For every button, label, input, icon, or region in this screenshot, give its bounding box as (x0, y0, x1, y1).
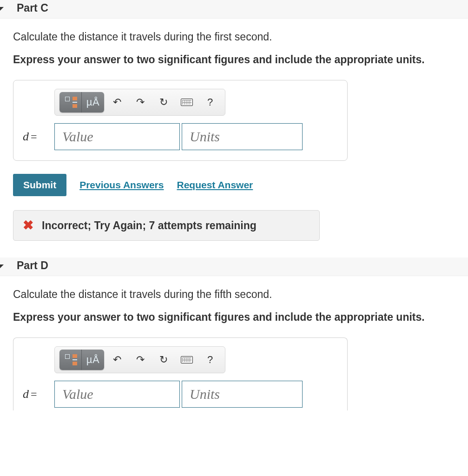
help-icon: ? (207, 354, 213, 366)
question-prompt: Calculate the distance it travels during… (13, 30, 455, 44)
special-characters-button[interactable]: µÅ (82, 92, 104, 112)
reset-icon: ↻ (159, 354, 168, 366)
part-header-d[interactable]: Part D (0, 258, 468, 276)
answer-input-row: d= (23, 123, 338, 150)
toolbar-group-templates: µÅ (59, 350, 104, 370)
equals-sign: = (31, 388, 37, 400)
variable-symbol: d (23, 130, 29, 143)
template-picker-button[interactable] (59, 92, 82, 112)
feedback-banner: ✖ Incorrect; Try Again; 7 attempts remai… (13, 210, 320, 241)
keyboard-button[interactable] (177, 92, 197, 112)
part-header-c[interactable]: Part C (0, 0, 468, 19)
request-answer-link[interactable]: Request Answer (177, 179, 253, 191)
answer-inputs (54, 123, 303, 150)
feedback-text: Incorrect; Try Again; 7 attempts remaini… (42, 219, 257, 232)
fraction-template-icon (64, 97, 77, 108)
equals-sign: = (31, 131, 37, 143)
answer-actions: Submit Previous Answers Request Answer (13, 174, 455, 196)
reset-icon: ↻ (159, 96, 168, 108)
variable-label: d= (23, 130, 48, 144)
part-body-d: Calculate the distance it travels during… (0, 276, 468, 410)
question-prompt: Calculate the distance it travels during… (13, 287, 455, 302)
answer-input-row: d= (23, 381, 338, 408)
toolbar-group-templates: µÅ (59, 92, 104, 112)
mu-angstrom-icon: µÅ (86, 354, 99, 366)
answer-card: µÅ ↶ ↷ ↻ ? d= (13, 337, 348, 410)
undo-button[interactable]: ↶ (107, 350, 127, 370)
units-input[interactable] (182, 123, 303, 150)
answer-instruction: Express your answer to two significant f… (13, 310, 455, 324)
value-input[interactable] (54, 381, 180, 408)
template-picker-button[interactable] (59, 350, 82, 370)
help-button[interactable]: ? (200, 92, 220, 112)
redo-icon: ↷ (136, 354, 145, 366)
equation-toolbar: µÅ ↶ ↷ ↻ ? (54, 346, 225, 373)
keyboard-icon (181, 356, 193, 364)
keyboard-icon (181, 99, 193, 106)
help-button[interactable]: ? (200, 350, 220, 370)
collapse-caret-icon (0, 7, 4, 12)
previous-answers-link[interactable]: Previous Answers (79, 179, 164, 191)
redo-icon: ↷ (136, 96, 145, 108)
value-input[interactable] (54, 123, 180, 150)
help-icon: ? (207, 96, 213, 108)
part-title: Part C (17, 2, 48, 14)
submit-button[interactable]: Submit (13, 174, 66, 196)
fraction-template-icon (64, 354, 77, 365)
mu-angstrom-icon: µÅ (86, 96, 99, 108)
part-body-c: Calculate the distance it travels during… (0, 19, 468, 258)
part-title: Part D (17, 259, 48, 272)
redo-button[interactable]: ↷ (130, 92, 151, 112)
undo-button[interactable]: ↶ (107, 92, 127, 112)
special-characters-button[interactable]: µÅ (82, 350, 104, 370)
keyboard-button[interactable] (177, 350, 197, 370)
units-input[interactable] (182, 381, 303, 408)
variable-label: d= (23, 387, 48, 401)
collapse-caret-icon (0, 264, 4, 269)
incorrect-icon: ✖ (23, 219, 33, 232)
reset-button[interactable]: ↻ (153, 92, 174, 112)
undo-icon: ↶ (113, 354, 121, 366)
variable-symbol: d (23, 387, 29, 401)
reset-button[interactable]: ↻ (153, 350, 174, 370)
answer-instruction: Express your answer to two significant f… (13, 53, 455, 67)
equation-toolbar: µÅ ↶ ↷ ↻ ? (54, 89, 225, 116)
answer-card: µÅ ↶ ↷ ↻ ? d= (13, 80, 348, 161)
redo-button[interactable]: ↷ (130, 350, 151, 370)
undo-icon: ↶ (113, 96, 121, 108)
answer-inputs (54, 381, 303, 408)
